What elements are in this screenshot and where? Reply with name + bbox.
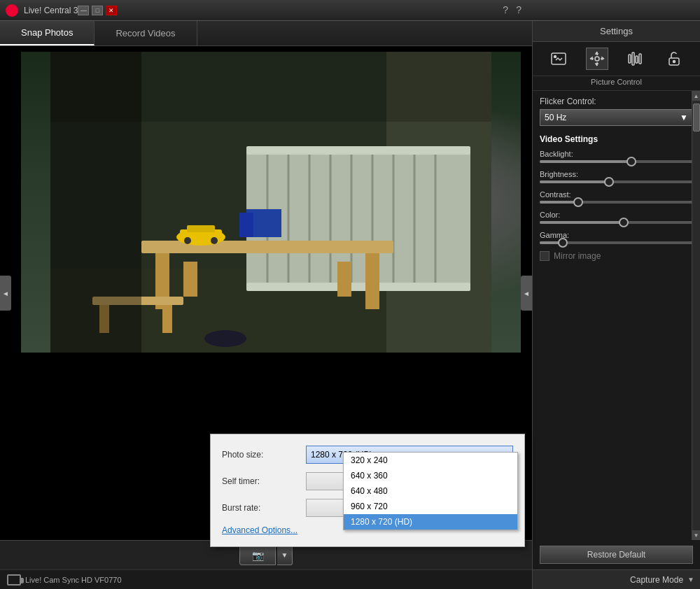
flicker-select[interactable]: 50 Hz ▼	[540, 109, 693, 126]
video-settings-tab[interactable]	[624, 48, 647, 70]
flicker-dropdown-arrow: ▼	[680, 113, 688, 122]
svg-rect-41	[629, 55, 631, 63]
self-timer-label: Self timer:	[222, 476, 306, 486]
svg-point-36	[595, 57, 599, 61]
photo-size-option-320[interactable]: 320 x 240	[344, 453, 517, 468]
color-slider-row: Color:	[540, 211, 693, 224]
tab-bar: Snap Photos Record Videos	[0, 21, 532, 46]
svg-rect-42	[632, 52, 634, 65]
svg-rect-44	[639, 54, 641, 64]
window-controls: — □ ✕	[78, 6, 117, 15]
picture-settings-tab[interactable]	[547, 48, 570, 70]
svg-rect-14	[246, 146, 470, 155]
contrast-label: Contrast:	[540, 190, 693, 199]
mirror-image-label: Mirror image	[554, 251, 601, 261]
tab-record-videos[interactable]: Record Videos	[94, 21, 197, 45]
photo-size-option-640-480[interactable]: 640 x 480	[344, 483, 517, 499]
svg-point-31	[204, 330, 246, 347]
status-bar: Live! Cam Sync HD VF0770	[0, 569, 532, 589]
settings-panel: Settings	[532, 21, 700, 589]
left-arrow-icon: ◄	[2, 290, 9, 297]
flicker-control-row: Flicker Control: 50 Hz ▼	[540, 97, 693, 126]
svg-point-27	[184, 237, 191, 244]
minimize-button[interactable]: —	[78, 6, 89, 15]
mirror-image-checkbox[interactable]	[540, 251, 550, 261]
scroll-down-button[interactable]: ▼	[692, 530, 701, 540]
backlight-label: Backlight:	[540, 150, 693, 158]
snap-dropdown-button[interactable]: ▼	[277, 546, 293, 565]
right-arrow-icon: ◄	[523, 290, 530, 297]
svg-rect-30	[239, 213, 253, 237]
backlight-slider[interactable]	[540, 160, 693, 163]
close-button[interactable]: ✕	[106, 6, 117, 15]
camera-feed	[21, 52, 521, 353]
svg-point-35	[554, 56, 556, 58]
titlebar: Live! Central 3 ? — □ ✕	[0, 0, 700, 21]
app-title: Live! Central 3	[24, 6, 78, 15]
camera-icon: 📷	[252, 550, 264, 561]
photo-size-option-1280[interactable]: 1280 x 720 (HD)	[344, 514, 517, 530]
video-settings-title: Video Settings	[540, 134, 693, 144]
svg-rect-15	[246, 283, 470, 291]
contrast-slider-row: Contrast:	[540, 190, 693, 204]
mirror-image-row: Mirror image	[540, 251, 693, 261]
brightness-slider[interactable]	[540, 180, 693, 183]
svg-rect-26	[187, 225, 215, 232]
brightness-label: Brightness:	[540, 170, 693, 178]
right-panel-toggle[interactable]: ◄	[521, 276, 532, 311]
snap-photo-button[interactable]: 📷	[239, 546, 276, 565]
help-button[interactable]: ?	[503, 4, 508, 15]
flicker-control-label: Flicker Control:	[540, 97, 693, 106]
pan-tilt-tab[interactable]	[586, 48, 608, 70]
svg-rect-33	[50, 52, 491, 122]
svg-rect-18	[365, 253, 379, 309]
camera-status-icon	[7, 574, 21, 586]
photo-size-dropdown-list: 320 x 240 640 x 360 640 x 480 960 x 720 …	[343, 452, 518, 530]
svg-rect-43	[636, 56, 638, 63]
restore-default-button[interactable]: Restore Default	[540, 546, 693, 564]
contrast-slider[interactable]	[540, 201, 693, 204]
svg-rect-19	[183, 262, 197, 297]
color-label: Color:	[540, 211, 693, 219]
capture-mode-bar: Capture Mode ▼	[533, 569, 700, 589]
svg-point-46	[673, 61, 675, 63]
svg-rect-20	[337, 262, 351, 297]
settings-content: Flicker Control: 50 Hz ▼ Video Settings …	[533, 91, 700, 540]
capture-mode-arrow[interactable]: ▼	[687, 576, 694, 583]
photo-size-label: Photo size:	[222, 450, 306, 460]
tab-snap-photos[interactable]: Snap Photos	[0, 21, 94, 45]
settings-scrollbar[interactable]: ▲ ▼	[692, 91, 700, 540]
left-panel-toggle[interactable]: ◄	[0, 276, 11, 311]
photo-size-option-960[interactable]: 960 x 720	[344, 499, 517, 514]
backlight-slider-row: Backlight:	[540, 150, 693, 163]
svg-point-28	[211, 237, 218, 244]
capture-mode-label: Capture Mode	[630, 575, 683, 585]
help-icon-button[interactable]: ?	[516, 4, 522, 15]
lock-settings-tab[interactable]	[663, 48, 685, 70]
settings-header: Settings	[533, 21, 700, 42]
restore-button[interactable]: □	[92, 6, 103, 15]
scroll-track[interactable]	[692, 101, 701, 530]
picture-control-section-label: Picture Control	[533, 76, 700, 91]
app-logo	[6, 4, 18, 17]
brightness-slider-row: Brightness:	[540, 170, 693, 183]
gamma-slider[interactable]	[540, 241, 693, 244]
photo-size-option-640-360[interactable]: 640 x 360	[344, 468, 517, 483]
color-slider[interactable]	[540, 221, 693, 224]
status-camera-info: Live! Cam Sync HD VF0770	[7, 574, 122, 586]
svg-rect-23	[162, 305, 172, 333]
gamma-slider-row: Gamma:	[540, 231, 693, 244]
scroll-thumb[interactable]	[693, 104, 700, 132]
dropdown-arrow-icon: ▼	[281, 551, 288, 559]
camera-name-label: Live! Cam Sync HD VF0770	[25, 576, 122, 584]
scroll-up-button[interactable]: ▲	[692, 91, 701, 101]
burst-rate-label: Burst rate:	[222, 503, 306, 513]
svg-rect-16	[141, 241, 393, 253]
settings-icon-tabs	[533, 42, 700, 76]
